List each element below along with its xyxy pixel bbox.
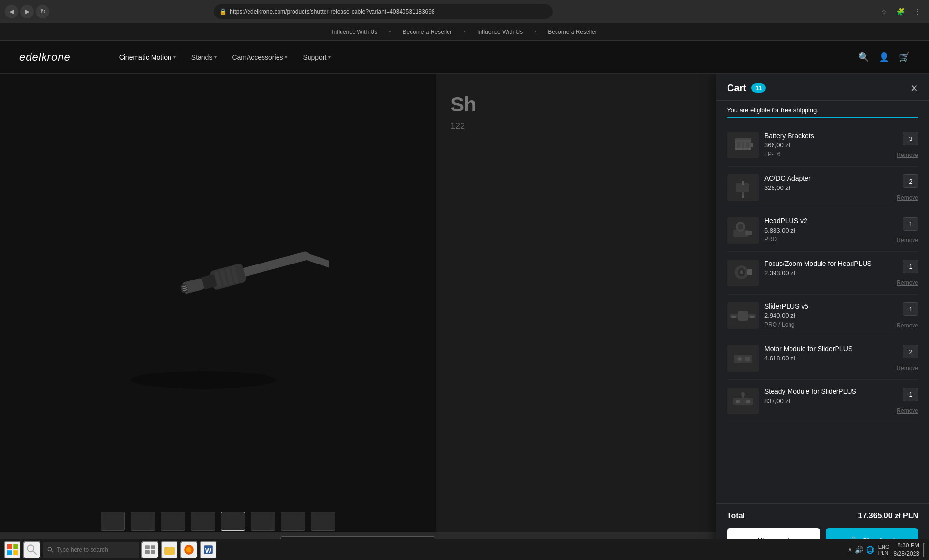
nav-link-camaccessories[interactable]: CamAccessories ▾ [232,53,287,61]
svg-point-44 [741,392,745,396]
search-taskbar-button[interactable] [23,541,41,559]
network-icon[interactable]: 🌐 [866,546,874,554]
free-shipping-text: You are eligible for free shipping. [727,107,918,114]
cart-item-price: 2.393,00 zł [764,269,897,277]
taskbar-search-box[interactable] [43,542,139,558]
nav-link-support[interactable]: Support ▾ [303,53,331,61]
svg-rect-21 [742,181,744,185]
taskbar-sys-icons: ∧ 🔊 🌐 [848,546,874,554]
cart-item-qty: 3 [903,132,918,145]
cart-overlay: Cart 11 ✕ You are eligible for free ship… [716,74,929,560]
search-button[interactable]: 🔍 [858,52,869,62]
forward-button[interactable]: ▶ [20,5,34,18]
cart-total-amount: 17.365,00 zł PLN [858,512,918,520]
cart-button[interactable]: 🛒 [899,52,910,62]
bookmark-button[interactable]: ☆ [878,5,891,18]
volume-icon[interactable]: 🔊 [855,546,863,554]
thumbnail-6[interactable] [251,512,275,531]
svg-point-49 [27,545,34,552]
cart-item-qty: 2 [903,345,918,358]
lock-icon: 🔒 [219,8,227,15]
cart-item-name: Battery Brackets [764,132,897,140]
cart-item-name: Focus/Zoom Module for HeadPLUS [764,260,897,267]
show-desktop-button[interactable] [923,543,925,557]
cart-item: SliderPLUS v5 2.940,00 zł PRO / Long 1 R… [727,295,918,337]
thumbnail-4[interactable] [191,512,215,531]
url-text: https://edelkrone.com/products/shutter-r… [230,8,434,15]
thumbnail-5[interactable] [221,512,245,531]
settings-button[interactable]: ⋮ [911,5,924,18]
remove-button[interactable]: Remove [897,365,918,372]
announcement-item-3: Influence With Us [477,29,523,35]
refresh-button[interactable]: ↻ [36,5,49,18]
product-image-area [0,74,436,560]
svg-rect-45 [7,544,12,549]
cart-item-image-motor-module [727,345,759,372]
word-button[interactable]: W [200,541,217,559]
cart-item: AC/DC Adapter 328,00 zł 2 Remove [727,167,918,209]
svg-rect-53 [145,545,150,549]
back-button[interactable]: ◀ [5,5,18,18]
taskview-button[interactable] [141,541,159,559]
cart-close-button[interactable]: ✕ [910,83,918,93]
cart-item-qty: 1 [903,260,918,273]
dot-2: • [464,29,465,35]
logo[interactable]: edelkrone [19,51,71,63]
remove-button[interactable]: Remove [897,322,918,329]
cart-item-qty: 2 [903,174,918,188]
svg-rect-47 [7,550,12,555]
taskbar: W ∧ 🔊 🌐 ENGPLN 8:30 PM 8/28/2023 [0,539,929,560]
thumbnail-7[interactable] [281,512,305,531]
announcement-item-4: Become a Reseller [548,29,597,35]
address-bar[interactable]: 🔒 https://edelkrone.com/products/shutter… [214,4,553,19]
cart-item-image-focus-zoom [727,260,759,286]
browser-chrome: ◀ ▶ ↻ 🔒 https://edelkrone.com/products/s… [0,0,929,23]
svg-rect-19 [735,138,751,148]
file-explorer-button[interactable] [161,541,178,559]
remove-button[interactable]: Remove [897,407,918,414]
firefox-button[interactable] [180,541,198,559]
svg-line-52 [51,550,53,552]
svg-point-38 [738,358,741,360]
remove-button[interactable]: Remove [897,280,918,286]
svg-rect-39 [745,357,750,361]
thumbnail-3[interactable] [161,512,185,531]
nav-right: 🔍 👤 🛒 [858,52,910,62]
cart-total-row: Total 17.365,00 zł PLN [727,512,918,520]
lang-currency-label: ENGPLN [878,544,890,556]
remove-button[interactable]: Remove [897,194,918,201]
main-nav: edelkrone Cinematic Motion ▾ Stands ▾ Ca… [0,41,929,74]
thumbnail-2[interactable] [131,512,155,531]
announcement-bar: Influence With Us • Become a Reseller • … [0,23,929,41]
cart-item-variant: LP-E6 [764,151,897,157]
svg-rect-55 [145,550,150,554]
cart-item-name: AC/DC Adapter [764,174,897,182]
cart-item-name: Steady Module for SliderPLUS [764,388,897,395]
nav-link-stands[interactable]: Stands ▾ [191,53,217,61]
cart-title: Cart [727,82,746,93]
svg-line-50 [33,551,37,554]
cart-item-image-acdc [727,174,759,201]
cart-item-image-headplus [727,217,759,244]
remove-button[interactable]: Remove [897,237,918,244]
extensions-button[interactable]: 🧩 [894,5,908,18]
account-button[interactable]: 👤 [879,52,889,62]
thumbnail-8[interactable] [311,512,335,531]
cart-item-price: 4.618,00 zł [764,355,897,362]
svg-rect-33 [738,311,748,321]
free-shipping-progress [727,117,918,118]
cart-item-price: 366,00 zł [764,141,897,149]
cart-item-info-focus-zoom: Focus/Zoom Module for HeadPLUS 2.393,00 … [764,260,897,279]
start-button[interactable] [4,541,21,559]
nav-link-cinematic-motion[interactable]: Cinematic Motion ▾ [119,53,176,61]
announcement-item-2: Become a Reseller [403,29,452,35]
remove-button[interactable]: Remove [897,152,918,158]
taskbar-search-input[interactable] [57,546,135,553]
svg-point-13 [131,371,276,389]
cart-item: Focus/Zoom Module for HeadPLUS 2.393,00 … [727,252,918,295]
thumbnail-1[interactable] [101,512,125,531]
cart-item-image-steady-module [727,388,759,414]
svg-point-23 [742,195,744,198]
product-svg [107,230,329,404]
announcement-item-1: Influence With Us [332,29,377,35]
